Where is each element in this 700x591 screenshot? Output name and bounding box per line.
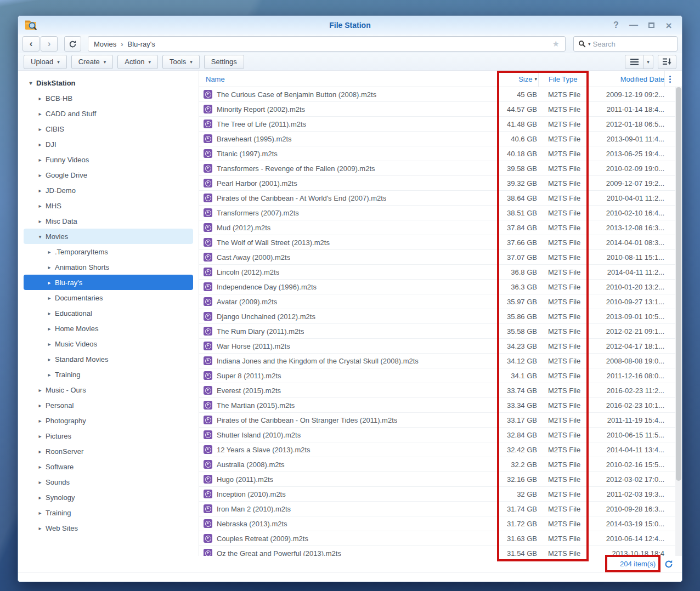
- tree-caret-icon[interactable]: ▸: [46, 310, 53, 316]
- file-row[interactable]: Hugo (2011).m2ts 32.16 GB M2TS File 2012…: [199, 472, 682, 487]
- file-row[interactable]: Transformers (2007).m2ts 38.51 GB M2TS F…: [199, 206, 682, 220]
- sidebar-tree-item[interactable]: ▸ Blu-ray's: [24, 275, 193, 290]
- tree-caret-icon[interactable]: ▾: [27, 80, 35, 86]
- tree-caret-icon[interactable]: ▸: [36, 95, 44, 101]
- file-row[interactable]: Inception (2010).m2ts 32 GB M2TS File 20…: [199, 487, 682, 502]
- sidebar-tree-item[interactable]: ▸ RoonServer: [24, 444, 193, 459]
- sidebar-tree-item[interactable]: ▸ MHS: [24, 198, 193, 213]
- tree-caret-icon[interactable]: ▸: [46, 280, 53, 286]
- tree-caret-icon[interactable]: ▸: [36, 418, 44, 424]
- help-icon[interactable]: ?: [608, 19, 624, 32]
- file-row[interactable]: The Martian (2015).m2ts 33.34 GB M2TS Fi…: [199, 398, 682, 413]
- search-input[interactable]: [593, 40, 673, 48]
- sidebar-tree-item[interactable]: ▾ Movies: [24, 229, 193, 244]
- file-row[interactable]: Pearl Harbor (2001).m2ts 39.32 GB M2TS F…: [199, 176, 682, 191]
- sidebar-tree-item[interactable]: ▸ Synology: [24, 490, 193, 505]
- file-row[interactable]: The Wolf of Wall Street (2013).m2ts 37.6…: [199, 235, 682, 250]
- tree-caret-icon[interactable]: ▸: [36, 387, 44, 393]
- file-row[interactable]: Pirates of the Caribbean - At World's En…: [199, 191, 682, 206]
- minimize-icon[interactable]: —: [626, 19, 641, 32]
- tree-caret-icon[interactable]: ▸: [46, 249, 53, 255]
- sidebar-tree-item[interactable]: ▸ BCB-HB: [24, 90, 193, 106]
- search-box[interactable]: ▾: [573, 36, 678, 52]
- tree-caret-icon[interactable]: ▸: [36, 448, 44, 454]
- back-button[interactable]: ‹: [22, 36, 39, 52]
- maximize-icon[interactable]: [643, 19, 659, 32]
- close-icon[interactable]: ×: [661, 19, 676, 32]
- sidebar-tree-item[interactable]: ▸ Music - Ours: [24, 382, 193, 397]
- file-row[interactable]: Couples Retreat (2009).m2ts 31.63 GB M2T…: [199, 531, 682, 546]
- create-button[interactable]: Create ▾: [71, 55, 114, 69]
- tree-caret-icon[interactable]: ▸: [36, 111, 44, 117]
- tree-caret-icon[interactable]: ▸: [36, 464, 44, 470]
- tree-caret-icon[interactable]: ▸: [46, 356, 53, 362]
- sidebar-tree-item[interactable]: ▸ Photography: [24, 413, 193, 428]
- sidebar-tree-item[interactable]: ▸ Misc Data: [24, 213, 193, 229]
- sidebar-tree-item[interactable]: ▸ CIBIS: [24, 121, 193, 137]
- sidebar-tree-item[interactable]: ▸ Google Drive: [24, 167, 193, 183]
- column-options-button[interactable]: [664, 71, 675, 87]
- file-row[interactable]: Everest (2015).m2ts 33.74 GB M2TS File 2…: [199, 383, 682, 398]
- tree-caret-icon[interactable]: ▸: [36, 157, 44, 163]
- tree-caret-icon[interactable]: ▸: [36, 525, 44, 531]
- file-row[interactable]: Minority Report (2002).m2ts 44.57 GB M2T…: [199, 102, 682, 117]
- file-row[interactable]: Avatar (2009).m2ts 35.97 GB M2TS File 20…: [199, 294, 682, 309]
- list-view-button[interactable]: [625, 55, 643, 69]
- favorite-star-icon[interactable]: ★: [552, 39, 560, 49]
- column-header-file-type[interactable]: File Type: [538, 71, 588, 87]
- sidebar-tree-item[interactable]: ▸ Training: [24, 505, 193, 520]
- file-row[interactable]: Django Unchained (2012).m2ts 35.86 GB M2…: [199, 309, 682, 324]
- column-header-name[interactable]: Name: [199, 71, 497, 87]
- settings-button[interactable]: Settings: [204, 55, 244, 69]
- tree-caret-icon[interactable]: ▸: [46, 295, 53, 301]
- file-row[interactable]: Pirates of the Caribbean - On Stranger T…: [199, 413, 682, 428]
- sidebar-tree-item[interactable]: ▸ Documentaries: [24, 290, 193, 305]
- tree-caret-icon[interactable]: ▸: [36, 187, 44, 194]
- tools-button[interactable]: Tools ▾: [162, 55, 200, 69]
- file-row[interactable]: Braveheart (1995).m2ts 40.6 GB M2TS File…: [199, 132, 682, 146]
- tree-caret-icon[interactable]: ▸: [36, 495, 44, 501]
- tree-caret-icon[interactable]: ▸: [46, 372, 53, 378]
- file-row[interactable]: Oz the Great and Powerful (2013).m2ts 31…: [199, 546, 682, 556]
- sidebar-tree-item[interactable]: ▸ .TemporaryItems: [24, 244, 193, 259]
- file-row[interactable]: 12 Years a Slave (2013).m2ts 32.42 GB M2…: [199, 442, 682, 457]
- tree-caret-icon[interactable]: ▸: [36, 218, 44, 224]
- scrollbar-thumb[interactable]: [676, 87, 681, 481]
- scrollbar[interactable]: [675, 87, 682, 556]
- breadcrumb-segment-movies[interactable]: Movies: [94, 40, 116, 48]
- forward-button[interactable]: ›: [41, 36, 58, 52]
- tree-caret-icon[interactable]: ▾: [36, 234, 44, 240]
- file-row[interactable]: Shutter Island (2010).m2ts 32.84 GB M2TS…: [199, 428, 682, 442]
- sidebar-tree-item[interactable]: ▸ DJI: [24, 137, 193, 152]
- sidebar-tree-item[interactable]: ▸ CADD and Stuff: [24, 106, 193, 121]
- tree-caret-icon[interactable]: ▸: [36, 141, 44, 147]
- file-row[interactable]: War Horse (2011).m2ts 34.23 GB M2TS File…: [199, 339, 682, 354]
- file-row[interactable]: Nebraska (2013).m2ts 31.72 GB M2TS File …: [199, 516, 682, 531]
- file-row[interactable]: Mud (2012).m2ts 37.84 GB M2TS File 2013-…: [199, 220, 682, 235]
- sidebar-tree-item[interactable]: ▸ Animation Shorts: [24, 259, 193, 275]
- view-mode-caret-button[interactable]: ▾: [643, 55, 653, 69]
- tree-caret-icon[interactable]: ▸: [36, 479, 44, 485]
- action-button[interactable]: Action ▾: [117, 55, 158, 69]
- file-row[interactable]: Cast Away (2000).m2ts 37.07 GB M2TS File…: [199, 250, 682, 265]
- sidebar-tree-item[interactable]: ▸ Music Videos: [24, 336, 193, 351]
- upload-button[interactable]: Upload ▾: [24, 55, 67, 69]
- sidebar-tree-item[interactable]: ▸ Educational: [24, 305, 193, 321]
- file-row[interactable]: Super 8 (2011).m2ts 34.1 GB M2TS File 20…: [199, 368, 682, 383]
- sidebar-tree-item[interactable]: ▸ Home Movies: [24, 321, 193, 336]
- file-row[interactable]: Iron Man 2 (2010).m2ts 31.74 GB M2TS Fil…: [199, 502, 682, 516]
- sort-button[interactable]: [658, 55, 676, 69]
- tree-caret-icon[interactable]: ▸: [36, 126, 44, 132]
- refresh-list-icon[interactable]: [664, 560, 673, 569]
- sidebar-tree-item[interactable]: ▸ Pictures: [24, 428, 193, 444]
- tree-caret-icon[interactable]: ▸: [46, 264, 53, 270]
- sidebar-tree-item[interactable]: ▸ Personal: [24, 397, 193, 413]
- tree-caret-icon[interactable]: ▸: [36, 433, 44, 439]
- file-row[interactable]: Indiana Jones and the Kingdom of the Cry…: [199, 354, 682, 368]
- tree-caret-icon[interactable]: ▸: [36, 510, 44, 516]
- sidebar-tree-item[interactable]: ▸ JD-Demo: [24, 183, 193, 198]
- tree-caret-icon[interactable]: ▸: [36, 203, 44, 209]
- search-options-caret-icon[interactable]: ▾: [588, 41, 591, 47]
- titlebar[interactable]: File Station ? — ×: [18, 16, 682, 35]
- file-row[interactable]: The Tree of Life (2011).m2ts 41.48 GB M2…: [199, 117, 682, 132]
